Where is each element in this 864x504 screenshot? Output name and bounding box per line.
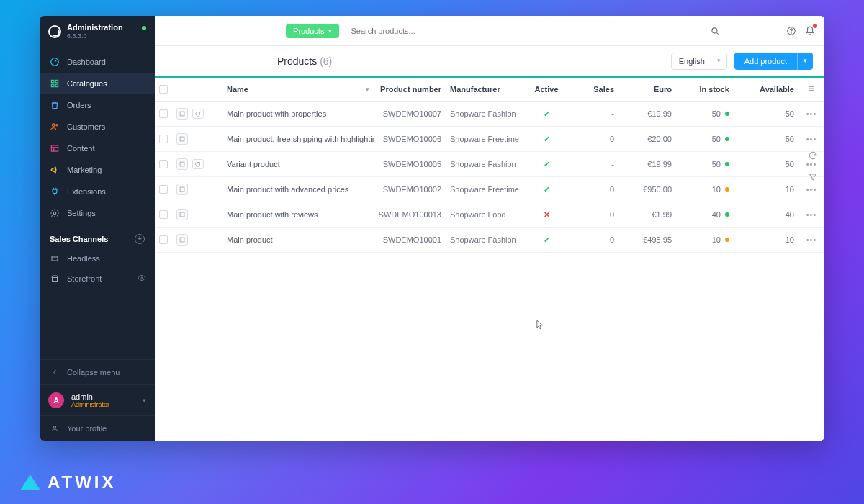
- price-value: €19.99: [618, 153, 676, 175]
- column-settings-button[interactable]: [798, 78, 824, 101]
- svg-point-13: [712, 27, 717, 32]
- product-number: SWDEMO10001: [374, 229, 446, 251]
- sidebar-item-label: Dashboard: [67, 58, 106, 66]
- channel-item-headless[interactable]: Headless: [40, 248, 155, 269]
- product-number: SWDEMO10007: [374, 103, 446, 125]
- app-window: Administration 6.5.3.0 Dashboard Catalog…: [40, 16, 824, 441]
- list-toolbar: Products (6) English Add product ▾: [155, 46, 824, 78]
- sidebar-item-label: Orders: [67, 101, 91, 109]
- channel-item-storefront[interactable]: Storefront: [40, 269, 155, 289]
- table-row[interactable]: Main product with advanced pricesSWDEMO1…: [155, 177, 824, 202]
- sales-value: 0: [568, 179, 618, 200]
- sidebar-item-catalogues[interactable]: Catalogues: [40, 73, 155, 94]
- column-available[interactable]: Available: [734, 78, 798, 100]
- price-value: €495.95: [618, 229, 676, 251]
- svg-rect-3: [51, 84, 54, 87]
- sidebar-item-label: Content: [67, 144, 95, 153]
- available-value: 40: [734, 204, 798, 225]
- row-checkbox[interactable]: [159, 160, 168, 168]
- sidebar-item-orders[interactable]: Orders: [40, 94, 155, 116]
- stock-status-icon: [725, 238, 729, 242]
- sidebar-item-customers[interactable]: Customers: [40, 116, 155, 138]
- table-row[interactable]: Main productSWDEMO10001Shopware Fashion✓…: [155, 228, 824, 253]
- add-channel-button[interactable]: +: [135, 234, 145, 244]
- table-row[interactable]: Main product, free shipping with highlig…: [155, 127, 824, 152]
- row-actions-button[interactable]: •••: [798, 204, 824, 225]
- row-checkbox[interactable]: [159, 109, 168, 118]
- user-menu[interactable]: A admin Administrator ▾: [40, 384, 155, 415]
- stock-value: 50: [712, 160, 721, 168]
- product-number: SWDEMO10006: [374, 128, 446, 150]
- column-manufacturer[interactable]: Manufacturer: [446, 78, 525, 100]
- sidebar: Administration 6.5.3.0 Dashboard Catalog…: [40, 16, 155, 441]
- column-name[interactable]: Name ▾: [222, 78, 374, 100]
- your-profile-link[interactable]: Your profile: [40, 415, 155, 441]
- product-thumb-icon: [176, 184, 188, 195]
- filter-button[interactable]: [807, 171, 819, 183]
- row-checkbox[interactable]: [159, 210, 168, 219]
- row-checkbox[interactable]: [159, 235, 168, 244]
- sidebar-item-content[interactable]: Content: [40, 138, 155, 159]
- sales-value: -: [568, 153, 618, 175]
- collapse-menu-button[interactable]: Collapse menu: [40, 359, 155, 384]
- row-actions-button[interactable]: •••: [798, 229, 824, 251]
- price-value: €19.99: [618, 103, 676, 125]
- search-icon[interactable]: [709, 25, 721, 37]
- sales-value: -: [568, 103, 618, 125]
- svg-rect-16: [180, 112, 184, 116]
- product-number: SWDEMO100013: [374, 204, 446, 225]
- row-actions-button[interactable]: •••: [798, 103, 824, 125]
- column-product-number[interactable]: Product number: [374, 78, 446, 100]
- search-input[interactable]: [346, 24, 548, 38]
- channel-label: Storefront: [67, 274, 102, 283]
- svg-point-15: [791, 32, 792, 33]
- sidebar-item-settings[interactable]: Settings: [40, 202, 155, 224]
- context-dropdown[interactable]: Products ▾: [286, 24, 339, 38]
- stock-value: 10: [712, 235, 721, 244]
- stock-status-icon: [725, 162, 729, 166]
- row-actions-button[interactable]: •••: [798, 128, 824, 150]
- select-all-checkbox[interactable]: [155, 78, 172, 100]
- sidebar-item-marketing[interactable]: Marketing: [40, 159, 155, 181]
- table-row[interactable]: Main product with reviewsSWDEMO100013Sho…: [155, 202, 824, 228]
- column-in-stock[interactable]: In stock: [676, 78, 734, 100]
- help-icon[interactable]: [786, 25, 797, 37]
- sidebar-item-dashboard[interactable]: Dashboard: [40, 51, 155, 73]
- svg-point-12: [54, 426, 56, 428]
- product-name: Main product: [227, 235, 273, 244]
- row-checkbox[interactable]: [159, 185, 168, 194]
- product-name: Main product with properties: [227, 109, 326, 118]
- product-thumb-icon: [176, 133, 188, 145]
- column-euro[interactable]: Euro: [618, 78, 676, 100]
- table-row[interactable]: Variant productSWDEMO10005Shopware Fashi…: [155, 152, 824, 177]
- table-row[interactable]: Main product with propertiesSWDEMO10007S…: [155, 102, 824, 127]
- check-icon: ✓: [544, 109, 550, 118]
- users-icon: [50, 122, 60, 132]
- profile-label: Your profile: [67, 424, 107, 433]
- notifications-icon[interactable]: [804, 25, 816, 37]
- column-sales[interactable]: Sales: [568, 78, 618, 100]
- chevron-down-icon: ▾: [328, 27, 332, 35]
- product-number: SWDEMO10005: [374, 153, 446, 175]
- table-header: Name ▾ Product number Manufacturer Activ…: [155, 78, 824, 102]
- row-checkbox[interactable]: [159, 135, 168, 143]
- add-product-button[interactable]: Add product: [734, 53, 798, 70]
- svg-rect-21: [180, 187, 184, 192]
- stock-value: 50: [712, 109, 721, 118]
- refresh-button[interactable]: [807, 150, 819, 161]
- chevron-down-icon: ▾: [143, 397, 146, 404]
- headless-icon: [50, 253, 60, 264]
- bag-icon: [50, 100, 60, 110]
- language-select[interactable]: English: [671, 53, 727, 70]
- column-active[interactable]: Active: [525, 78, 568, 100]
- svg-point-20: [197, 163, 197, 164]
- user-icon: [50, 423, 60, 433]
- manufacturer: Shopware Fashion: [446, 153, 525, 175]
- avatar: A: [48, 392, 64, 408]
- eye-icon[interactable]: [138, 274, 146, 284]
- right-rail: [807, 150, 819, 183]
- main-area: Products ▾ Products (6) Englis: [155, 16, 824, 441]
- add-product-dropdown[interactable]: ▾: [798, 53, 813, 70]
- svg-point-8: [53, 212, 56, 215]
- sidebar-item-extensions[interactable]: Extensions: [40, 181, 155, 202]
